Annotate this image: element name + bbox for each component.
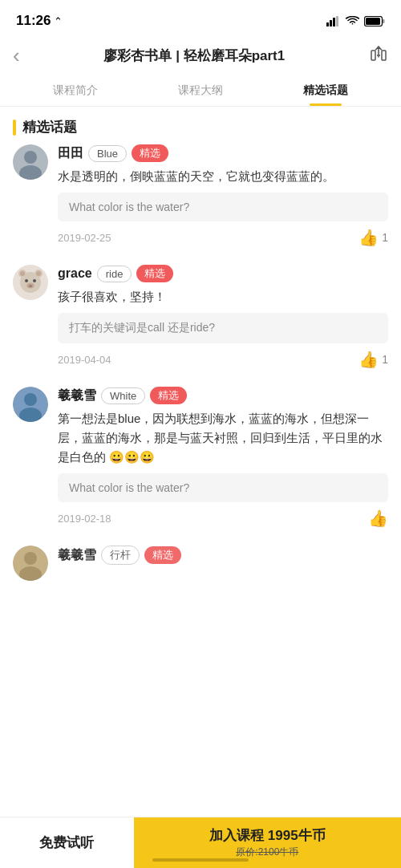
status-icons bbox=[326, 16, 385, 26]
tab-selected-topics[interactable]: 精选话题 bbox=[263, 75, 388, 106]
comment-text: 第一想法是blue，因为联想到海水，蓝蓝的海水，但想深一层，蓝蓝的海水，那是与蓝… bbox=[58, 409, 388, 467]
comment-tag: 行杆 bbox=[101, 546, 140, 565]
comment-header: grace ride 精选 bbox=[58, 265, 388, 282]
tab-course-intro[interactable]: 课程简介 bbox=[13, 75, 138, 106]
avatar bbox=[13, 387, 48, 422]
comment-footer: 2019-02-18 👍 bbox=[58, 509, 388, 528]
comment-item: 羲羲雪 White 精选 第一想法是blue，因为联想到海水，蓝蓝的海水，但想深… bbox=[13, 387, 388, 528]
header: ‹ 廖彩杏书单 | 轻松磨耳朵part1 bbox=[0, 35, 401, 75]
comment-date: 2019-02-25 bbox=[58, 232, 111, 244]
avatar bbox=[13, 265, 48, 300]
comment-selected-badge: 精选 bbox=[132, 144, 168, 162]
comment-date: 2019-04-04 bbox=[58, 354, 111, 366]
like-area[interactable]: 👍 1 bbox=[358, 350, 388, 369]
section-title: 精选话题 bbox=[0, 107, 401, 144]
comment-selected-badge: 精选 bbox=[136, 265, 173, 282]
comment-selected-badge: 精选 bbox=[150, 387, 187, 404]
battery-icon bbox=[364, 16, 385, 26]
comment-body: 羲羲雪 行杆 精选 bbox=[58, 546, 388, 581]
comment-item: 羲羲雪 行杆 精选 bbox=[13, 546, 388, 581]
comment-question: What color is the water? bbox=[58, 193, 388, 221]
comment-tag: White bbox=[101, 387, 145, 404]
svg-rect-8 bbox=[382, 51, 386, 60]
comment-username: grace bbox=[58, 266, 92, 281]
comment-selected-badge: 精选 bbox=[144, 546, 181, 564]
like-count: 1 bbox=[382, 353, 388, 366]
comment-tag: ride bbox=[97, 266, 132, 282]
comment-header: 羲羲雪 行杆 精选 bbox=[58, 546, 388, 565]
comment-question: What color is the water? bbox=[58, 473, 388, 502]
tab-course-outline[interactable]: 课程大纲 bbox=[138, 75, 263, 106]
share-icon bbox=[369, 44, 388, 63]
like-area[interactable]: 👍 bbox=[368, 509, 388, 528]
like-area[interactable]: 👍 1 bbox=[358, 228, 388, 247]
like-icon[interactable]: 👍 bbox=[358, 350, 379, 369]
like-count: 1 bbox=[382, 231, 388, 244]
like-icon[interactable]: 👍 bbox=[368, 509, 388, 528]
comment-username: 羲羲雪 bbox=[58, 387, 96, 404]
tab-bar: 课程简介 课程大纲 精选话题 bbox=[0, 75, 401, 107]
comment-question: 打车的关键词是call 还是ride? bbox=[58, 313, 388, 343]
comment-footer: 2019-02-25 👍 1 bbox=[58, 228, 388, 247]
comment-date: 2019-02-18 bbox=[58, 513, 111, 525]
svg-rect-6 bbox=[366, 18, 380, 25]
free-trial-button[interactable]: 免费试听 bbox=[0, 817, 134, 868]
section-title-bar bbox=[13, 120, 16, 136]
wifi-icon bbox=[346, 16, 359, 26]
svg-point-23 bbox=[24, 393, 37, 406]
svg-point-18 bbox=[25, 279, 28, 282]
comment-username: 羲羲雪 bbox=[58, 547, 96, 564]
like-icon[interactable]: 👍 bbox=[358, 228, 379, 247]
svg-point-19 bbox=[33, 279, 36, 282]
avatar bbox=[13, 546, 48, 581]
svg-rect-2 bbox=[333, 18, 335, 26]
home-indicator bbox=[152, 858, 249, 862]
status-time: 11:26 bbox=[16, 13, 51, 29]
comment-list: 田田 Blue 精选 水是透明的，倒映蓝蓝的天空，它就也变得蓝蓝的。 What … bbox=[0, 144, 401, 581]
comment-item: 田田 Blue 精选 水是透明的，倒映蓝蓝的天空，它就也变得蓝蓝的。 What … bbox=[13, 144, 388, 247]
svg-point-16 bbox=[20, 271, 25, 276]
svg-point-17 bbox=[36, 271, 41, 276]
comment-body: 羲羲雪 White 精选 第一想法是blue，因为联想到海水，蓝蓝的海水，但想深… bbox=[58, 387, 388, 528]
status-bar: 11:26 ⌃ bbox=[0, 0, 401, 35]
comment-tag: Blue bbox=[88, 145, 127, 162]
share-button[interactable] bbox=[363, 41, 388, 71]
comment-body: 田田 Blue 精选 水是透明的，倒映蓝蓝的天空，它就也变得蓝蓝的。 What … bbox=[58, 144, 388, 247]
comment-text: 水是透明的，倒映蓝蓝的天空，它就也变得蓝蓝的。 bbox=[58, 167, 388, 186]
location-icon: ⌃ bbox=[54, 15, 63, 27]
comment-header: 田田 Blue 精选 bbox=[58, 144, 388, 162]
comment-header: 羲羲雪 White 精选 bbox=[58, 387, 388, 404]
comment-footer: 2019-04-04 👍 1 bbox=[58, 350, 388, 369]
svg-point-21 bbox=[29, 285, 33, 287]
svg-rect-7 bbox=[371, 51, 375, 60]
svg-rect-5 bbox=[383, 19, 385, 23]
header-title: 廖彩杏书单 | 轻松磨耳朵part1 bbox=[26, 47, 363, 65]
svg-rect-1 bbox=[330, 20, 332, 26]
svg-rect-3 bbox=[336, 16, 338, 26]
svg-point-10 bbox=[24, 151, 37, 164]
svg-point-26 bbox=[24, 552, 37, 565]
back-button[interactable]: ‹ bbox=[13, 40, 26, 71]
comment-body: grace ride 精选 孩子很喜欢，坚持！ 打车的关键词是call 还是ri… bbox=[58, 265, 388, 369]
join-course-label: 加入课程 1995牛币 bbox=[209, 826, 326, 845]
original-price-label: 原价:2100牛币 bbox=[236, 846, 298, 859]
avatar bbox=[13, 144, 48, 180]
comment-username: 田田 bbox=[58, 145, 83, 162]
svg-rect-0 bbox=[326, 22, 329, 26]
comment-item: grace ride 精选 孩子很喜欢，坚持！ 打车的关键词是call 还是ri… bbox=[13, 265, 388, 369]
signal-icon bbox=[326, 16, 341, 26]
comment-text: 孩子很喜欢，坚持！ bbox=[58, 287, 388, 306]
